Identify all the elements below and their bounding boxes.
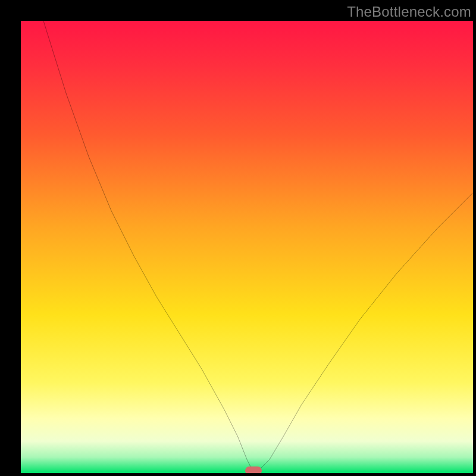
chart-frame: TheBottleneck.com xyxy=(0,0,476,476)
plot-area xyxy=(21,21,473,473)
bottleneck-curve xyxy=(21,21,473,473)
min-point-marker xyxy=(245,466,262,473)
watermark-text: TheBottleneck.com xyxy=(347,4,471,20)
